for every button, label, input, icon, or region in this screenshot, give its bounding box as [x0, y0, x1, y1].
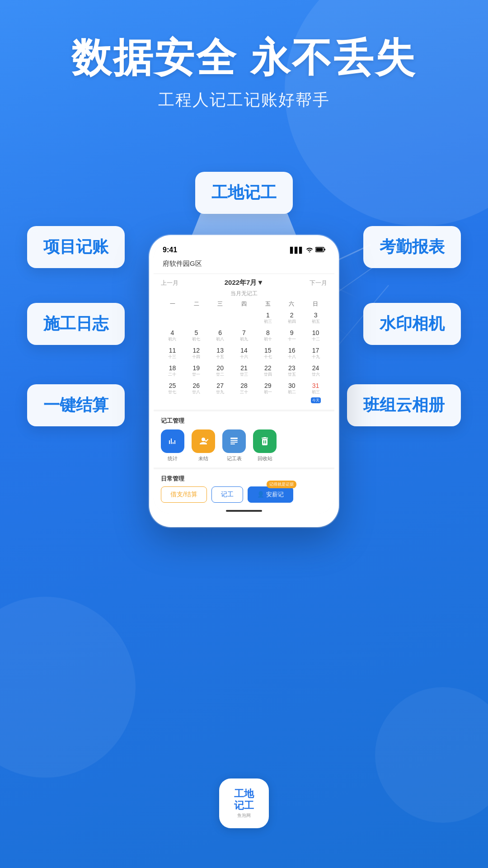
cal-day[interactable]: 27廿九 [209, 380, 232, 405]
svg-rect-7 [230, 443, 235, 444]
app-icon-text-line1: 工地 [234, 788, 254, 800]
feature-card-label-bottom-left: 一键结算 [43, 396, 108, 414]
bg-circle-2 [0, 597, 136, 778]
cal-day[interactable]: 13十五 [209, 345, 232, 362]
home-bar-line [226, 510, 262, 512]
calendar-nav: 上一月 2022年7月▼ 下一月 [161, 278, 327, 287]
borrow-settle-btn[interactable]: 借支/结算 [161, 486, 207, 503]
stats-icon [161, 429, 184, 453]
cal-day[interactable]: 5初七 [185, 327, 208, 344]
cal-day[interactable]: 2初四 [280, 310, 303, 326]
mgmt-item-stats[interactable]: 统计 [161, 429, 184, 462]
mgmt-icons-row: 统计 未结 记工表 [161, 429, 327, 462]
cal-day[interactable]: 24廿六 [304, 363, 327, 379]
feature-card-mid-right[interactable]: 考勤报表 [363, 226, 461, 268]
mgmt-item-recycle[interactable]: 回收站 [253, 429, 277, 462]
next-month-btn[interactable]: 下一月 [310, 279, 327, 287]
cal-day[interactable]: 30初二 [280, 380, 303, 405]
feature-card-label-bottom-right: 班组云相册 [363, 396, 445, 414]
feature-card-top-center[interactable]: 工地记工 [195, 172, 293, 214]
cal-day[interactable]: 14十六 [233, 345, 256, 362]
cal-day[interactable]: 15十七 [256, 345, 279, 362]
feature-card-label-lower-left: 施工日志 [43, 314, 108, 333]
table-icon [222, 429, 246, 453]
svg-rect-1 [316, 248, 323, 251]
stats-label: 统计 [168, 455, 178, 462]
cal-day[interactable]: 31初三今天 [304, 380, 327, 405]
cal-day[interactable]: 1初三 [256, 310, 279, 326]
calendar-weekdays: 一 二 三 四 五 六 日 [161, 300, 327, 308]
svg-rect-4 [230, 438, 238, 439]
daily-buttons: 借支/结算 记工 记得就是证据 👤 安薪记 [161, 486, 327, 503]
svg-rect-5 [230, 440, 238, 441]
cal-day[interactable]: 28三十 [233, 380, 256, 405]
cal-day[interactable]: 6初八 [209, 327, 232, 344]
cal-day[interactable]: 29初一 [256, 380, 279, 405]
status-bar: 9:41 ▋▋▋ [154, 242, 334, 256]
cal-day[interactable]: 8初十 [256, 327, 279, 344]
cal-day[interactable]: 21廿三 [233, 363, 256, 379]
signal-icon: ▋▋▋ [290, 247, 304, 254]
feature-card-label-top: 工地记工 [211, 183, 277, 202]
battery-icon [315, 247, 325, 254]
table-label: 记工表 [227, 455, 242, 462]
phone-mockup: 9:41 ▋▋▋ 府软件园G区 上一月 2 [149, 235, 339, 527]
feature-card-mid-left[interactable]: 项目记账 [27, 226, 125, 268]
feature-card-bottom-right[interactable]: 班组云相册 [347, 384, 461, 426]
mgmt-item-table[interactable]: 记工表 [222, 429, 246, 462]
bg-circle-1 [285, 0, 488, 226]
prev-month-btn[interactable]: 上一月 [161, 279, 178, 287]
feature-card-lower-right[interactable]: 水印相机 [363, 303, 461, 345]
anxinji-btn[interactable]: 记得就是证据 👤 安薪记 [248, 486, 293, 503]
cal-day[interactable]: 7初九 [233, 327, 256, 344]
mgmt-item-unpaid[interactable]: 未结 [192, 429, 215, 462]
wifi-icon [306, 247, 313, 254]
home-bar [154, 506, 334, 514]
cal-day[interactable]: 26廿八 [185, 380, 208, 405]
feature-card-bottom-left[interactable]: 一键结算 [27, 384, 125, 426]
feature-card-lower-left[interactable]: 施工日志 [27, 303, 125, 345]
cal-day [233, 310, 256, 326]
cal-day[interactable]: 23廿五 [280, 363, 303, 379]
status-time: 9:41 [163, 246, 177, 254]
user-icon: 👤 [257, 491, 266, 498]
app-icon-box[interactable]: 工地 记工 鱼泡网 [219, 778, 269, 828]
cal-day[interactable]: 22廿四 [256, 363, 279, 379]
unpaid-label: 未结 [198, 455, 208, 462]
calendar-section: 上一月 2022年7月▼ 下一月 当月无记工 一 二 三 四 五 六 日 [154, 274, 334, 410]
cal-day[interactable]: 18二十 [161, 363, 184, 379]
calendar-days: 1初三2初四3初五4初六5初七6初八7初九8初十9十一10十二11十三12十四1… [161, 310, 327, 405]
cal-day[interactable]: 16十八 [280, 345, 303, 362]
cal-day[interactable]: 9十一 [280, 327, 303, 344]
cal-day[interactable]: 20廿二 [209, 363, 232, 379]
cal-day [185, 310, 208, 326]
app-icon-text-line2: 记工 [234, 800, 254, 811]
record-work-btn[interactable]: 记工 [211, 486, 243, 503]
phone-location: 府软件园G区 [163, 259, 325, 268]
cal-day[interactable]: 25廿七 [161, 380, 184, 405]
cal-day[interactable]: 11十三 [161, 345, 184, 362]
calendar-no-record: 当月无记工 [161, 290, 327, 297]
cal-day[interactable]: 19廿一 [185, 363, 208, 379]
mgmt-section: 记工管理 统计 未结 [154, 411, 334, 467]
feature-card-label-mid-left: 项目记账 [43, 237, 108, 256]
cal-day[interactable]: 4初六 [161, 327, 184, 344]
phone-header: 府软件园G区 [154, 256, 334, 274]
today-tag: 今天 [311, 397, 321, 403]
calendar-month-label[interactable]: 2022年7月▼ [225, 278, 264, 287]
svg-point-3 [202, 438, 205, 441]
hero-subtitle: 工程人记工记账好帮手 [0, 89, 488, 111]
daily-section: 日常管理 借支/结算 记工 记得就是证据 👤 安薪记 [154, 469, 334, 506]
status-icons: ▋▋▋ [290, 247, 325, 254]
unpaid-icon [192, 429, 215, 453]
recycle-icon [253, 429, 277, 453]
cal-day[interactable]: 17十九 [304, 345, 327, 362]
cal-day[interactable]: 12十四 [185, 345, 208, 362]
hero-section: 数据安全 永不丢失 工程人记工记账好帮手 [0, 36, 488, 111]
hero-title: 数据安全 永不丢失 [0, 36, 488, 80]
app-icon-section: 工地 记工 鱼泡网 [219, 778, 269, 832]
feature-card-label-mid-right: 考勤报表 [380, 237, 445, 256]
cal-day[interactable]: 10十二 [304, 327, 327, 344]
badge-tag: 记得就是证据 [267, 481, 296, 488]
cal-day[interactable]: 3初五 [304, 310, 327, 326]
